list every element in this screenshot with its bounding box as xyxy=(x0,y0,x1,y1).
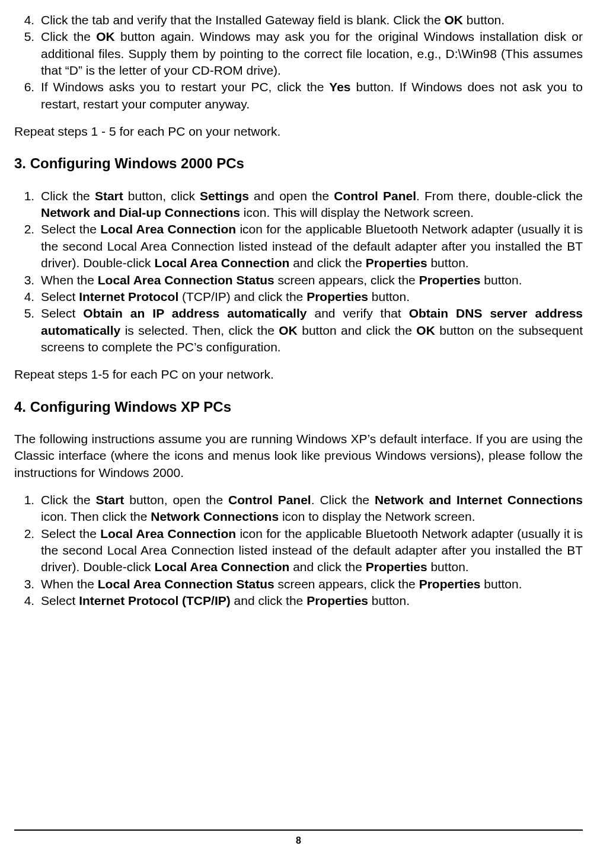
text: Select xyxy=(41,594,79,607)
list-item: When the Local Area Connection Status sc… xyxy=(38,272,583,289)
text: When the xyxy=(41,273,98,287)
bold-text: Properties xyxy=(307,290,368,303)
text: button again. Windows may ask you for th… xyxy=(41,30,583,77)
text: and click the xyxy=(289,256,365,270)
bold-text: Local Area Connection Status xyxy=(98,273,274,287)
text: Click the tab and verify that the Instal… xyxy=(41,13,445,27)
bold-text: Control Panel xyxy=(228,493,311,507)
text: (TCP/IP) and click the xyxy=(178,290,307,303)
text: button. xyxy=(368,594,410,607)
text: icon. This will display the Network scre… xyxy=(240,206,474,219)
bold-text: Properties xyxy=(366,256,427,270)
text: is selected. Then, click the xyxy=(120,324,279,337)
text: and open the xyxy=(249,189,334,203)
text: When the xyxy=(41,577,98,591)
section-heading-winxp: 4. Configuring Windows XP PCs xyxy=(14,398,583,417)
bold-text: Local Area Connection xyxy=(100,222,236,236)
bold-text: Local Area Connection xyxy=(154,256,289,270)
bold-text: Network and Internet Connections xyxy=(375,493,583,507)
list-item: Select Internet Protocol (TCP/IP) and cl… xyxy=(38,592,583,609)
bold-text: Local Area Connection Status xyxy=(98,577,274,591)
text: button. xyxy=(427,560,469,574)
bold-text: Obtain an IP address automatically xyxy=(83,306,307,320)
text: and click the xyxy=(289,560,365,574)
bold-text: OK xyxy=(445,13,464,27)
bold-text: OK xyxy=(96,30,115,43)
text: screen appears, click the xyxy=(274,577,419,591)
text: button, click xyxy=(123,189,200,203)
bold-text: Properties xyxy=(307,594,368,607)
bold-text: Network Connections xyxy=(151,510,279,523)
section-heading-win2000: 3. Configuring Windows 2000 PCs xyxy=(14,154,583,173)
list-item: When the Local Area Connection Status sc… xyxy=(38,576,583,592)
text: and click the xyxy=(231,594,307,607)
text: icon to display the Network screen. xyxy=(279,510,475,523)
list-item: If Windows asks you to restart your PC, … xyxy=(38,79,583,113)
bold-text: Properties xyxy=(366,560,427,574)
text: button. xyxy=(481,273,522,287)
text: button. xyxy=(463,13,505,27)
list-item: Select Internet Protocol (TCP/IP) and cl… xyxy=(38,289,583,305)
bold-text: Start xyxy=(96,493,124,507)
ordered-list-b: Click the Start button, click Settings a… xyxy=(14,188,583,355)
page-content: Click the tab and verify that the Instal… xyxy=(14,12,583,806)
bold-text: Local Area Connection xyxy=(100,527,236,540)
bold-text: Internet Protocol (TCP/IP) xyxy=(79,594,231,607)
list-item: Select Obtain an IP address automaticall… xyxy=(38,305,583,355)
page-number: 8 xyxy=(14,831,583,847)
text: Select xyxy=(41,290,79,303)
bold-text: Properties xyxy=(419,577,481,591)
text: Select the xyxy=(41,222,100,236)
bold-text: Control Panel xyxy=(334,189,416,203)
text: If Windows asks you to restart your PC, … xyxy=(41,80,329,94)
list-item: Click the OK button again. Windows may a… xyxy=(38,28,583,79)
text: Click the xyxy=(41,189,95,203)
text: button. xyxy=(481,577,522,591)
bold-text: Network and Dial-up Connections xyxy=(41,206,240,219)
repeat-note: Repeat steps 1 - 5 for each PC on your n… xyxy=(14,123,583,140)
text: . Click the xyxy=(311,493,375,507)
ordered-list-a: Click the tab and verify that the Instal… xyxy=(14,12,583,113)
list-item: Select the Local Area Connection icon fo… xyxy=(38,221,583,271)
list-item: Select the Local Area Connection icon fo… xyxy=(38,526,583,576)
text: button. xyxy=(368,290,410,303)
text: . From there, double-click the xyxy=(416,189,583,203)
bold-text: Yes xyxy=(329,80,350,94)
text: button. xyxy=(427,256,469,270)
text: and verify that xyxy=(307,306,408,320)
bold-text: Internet Protocol xyxy=(79,290,178,303)
repeat-note: Repeat steps 1-5 for each PC on your net… xyxy=(14,366,583,383)
text: Select xyxy=(41,306,83,320)
intro-paragraph: The following instructions assume you ar… xyxy=(14,431,583,481)
text: icon. Then click the xyxy=(41,510,151,523)
text: Select the xyxy=(41,527,100,540)
bold-text: Start xyxy=(95,189,123,203)
text: Click the xyxy=(41,493,96,507)
bold-text: Properties xyxy=(419,273,481,287)
bold-text: OK xyxy=(416,324,435,337)
text: button and click the xyxy=(298,324,417,337)
ordered-list-c: Click the Start button, open the Control… xyxy=(14,492,583,609)
text: button, open the xyxy=(124,493,228,507)
bold-text: Local Area Connection xyxy=(154,560,289,574)
list-item: Click the tab and verify that the Instal… xyxy=(38,12,583,28)
bold-text: Settings xyxy=(200,189,249,203)
list-item: Click the Start button, open the Control… xyxy=(38,492,583,526)
list-item: Click the Start button, click Settings a… xyxy=(38,188,583,222)
bold-text: OK xyxy=(279,324,298,337)
text: screen appears, click the xyxy=(274,273,419,287)
text: Click the xyxy=(41,30,96,43)
